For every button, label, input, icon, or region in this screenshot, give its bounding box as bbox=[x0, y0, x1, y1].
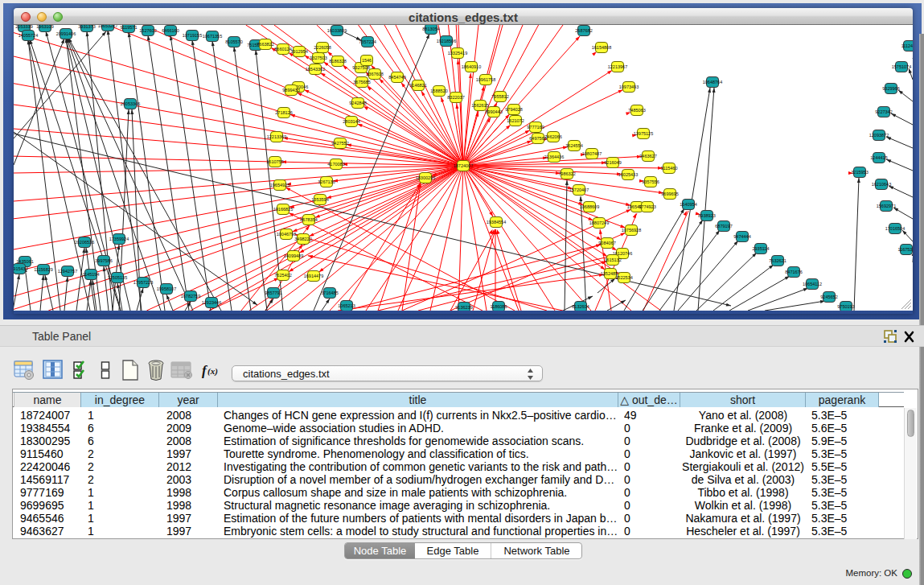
svg-text:17359924: 17359924 bbox=[109, 237, 129, 241]
svg-text:8678354: 8678354 bbox=[300, 217, 317, 222]
svg-text:19654925: 19654925 bbox=[270, 183, 290, 187]
svg-text:10756928: 10756928 bbox=[622, 228, 641, 233]
svg-text:3267130: 3267130 bbox=[318, 179, 335, 184]
svg-text:16210643: 16210643 bbox=[872, 182, 891, 187]
svg-text:7632621: 7632621 bbox=[769, 258, 786, 263]
svg-text:1145194: 1145194 bbox=[82, 272, 99, 277]
svg-text:10688609: 10688609 bbox=[580, 204, 599, 209]
svg-text:1615132: 1615132 bbox=[604, 257, 621, 262]
svg-text:9463627: 9463627 bbox=[639, 154, 656, 159]
svg-text:12213369: 12213369 bbox=[267, 134, 286, 139]
svg-text:6466160: 6466160 bbox=[162, 28, 179, 33]
svg-text:12923446: 12923446 bbox=[202, 300, 221, 305]
svg-text:(x): (x) bbox=[207, 366, 218, 377]
svg-text:10648764: 10648764 bbox=[703, 80, 722, 84]
svg-text:16033809: 16033809 bbox=[327, 28, 347, 33]
svg-text:9245652: 9245652 bbox=[820, 295, 837, 299]
svg-text:12213967: 12213967 bbox=[608, 64, 627, 69]
svg-text:12093872: 12093872 bbox=[869, 133, 889, 138]
svg-text:9136239: 9136239 bbox=[455, 305, 472, 310]
svg-text:16543362: 16543362 bbox=[306, 67, 325, 72]
svg-text:9777169: 9777169 bbox=[527, 125, 544, 130]
svg-text:10973493: 10973493 bbox=[619, 84, 639, 89]
svg-text:1963109: 1963109 bbox=[36, 25, 53, 29]
svg-text:1065213: 1065213 bbox=[338, 303, 355, 308]
svg-text:17957223: 17957223 bbox=[133, 280, 153, 285]
svg-text:8105570: 8105570 bbox=[225, 39, 242, 44]
svg-text:19218506: 19218506 bbox=[437, 39, 456, 43]
svg-text:3624554: 3624554 bbox=[565, 143, 582, 148]
svg-text:9699695: 9699695 bbox=[661, 192, 678, 196]
svg-text:7986322: 7986322 bbox=[558, 171, 575, 176]
svg-text:8660124: 8660124 bbox=[274, 47, 291, 51]
svg-text:7663822: 7663822 bbox=[257, 42, 273, 47]
svg-text:9750193: 9750193 bbox=[837, 304, 854, 309]
svg-text:10961758: 10961758 bbox=[476, 77, 495, 82]
svg-text:9774923: 9774923 bbox=[639, 204, 655, 209]
svg-text:1621072: 1621072 bbox=[507, 118, 524, 123]
svg-text:1640954: 1640954 bbox=[680, 202, 696, 207]
svg-text:15720407: 15720407 bbox=[569, 187, 589, 192]
svg-text:8990443: 8990443 bbox=[485, 109, 502, 114]
svg-text:10025433: 10025433 bbox=[618, 172, 638, 177]
svg-text:10654112: 10654112 bbox=[803, 282, 822, 286]
svg-text:19958107: 19958107 bbox=[157, 286, 176, 291]
svg-text:3675685: 3675685 bbox=[353, 80, 370, 84]
svg-text:8186328: 8186328 bbox=[329, 59, 346, 64]
svg-text:19384554: 19384554 bbox=[487, 220, 506, 225]
svg-text:2687682: 2687682 bbox=[575, 28, 592, 33]
svg-text:9119571: 9119571 bbox=[120, 25, 137, 30]
svg-text:8938923: 8938923 bbox=[698, 213, 715, 218]
svg-text:8454749: 8454749 bbox=[388, 75, 405, 80]
svg-text:1562615: 1562615 bbox=[471, 103, 488, 108]
svg-text:4170083: 4170083 bbox=[327, 162, 344, 167]
svg-text:19166825: 19166825 bbox=[273, 207, 293, 212]
svg-text:10671355: 10671355 bbox=[203, 34, 222, 39]
svg-text:3215953: 3215953 bbox=[851, 170, 868, 175]
svg-text:2803144: 2803144 bbox=[343, 119, 359, 124]
svg-text:15692971: 15692971 bbox=[877, 204, 896, 208]
svg-text:1610755: 1610755 bbox=[266, 159, 283, 164]
svg-text:8471676: 8471676 bbox=[785, 270, 802, 274]
svg-text:18640910: 18640910 bbox=[462, 64, 481, 69]
svg-text:10046798: 10046798 bbox=[277, 232, 296, 237]
svg-text:1546: 1546 bbox=[362, 58, 372, 63]
svg-text:9474444: 9474444 bbox=[733, 234, 750, 239]
svg-text:2367608: 2367608 bbox=[366, 72, 383, 76]
svg-text:2226058: 2226058 bbox=[314, 45, 331, 50]
svg-text:9899433: 9899433 bbox=[282, 88, 299, 93]
svg-text:8132604: 8132604 bbox=[572, 304, 589, 309]
svg-text:9242848: 9242848 bbox=[349, 101, 366, 105]
svg-text:7625402: 7625402 bbox=[274, 273, 291, 278]
svg-text:9084067: 9084067 bbox=[598, 241, 615, 245]
svg-text:7357224: 7357224 bbox=[359, 39, 376, 44]
svg-text:13325419: 13325419 bbox=[448, 51, 467, 56]
svg-text:14055724: 14055724 bbox=[18, 33, 38, 38]
svg-text:1186086: 1186086 bbox=[490, 304, 507, 309]
svg-text:3498222: 3498222 bbox=[294, 237, 311, 241]
svg-text:6879197: 6879197 bbox=[715, 224, 732, 229]
svg-text:9227342: 9227342 bbox=[875, 109, 892, 114]
svg-text:8813054: 8813054 bbox=[422, 27, 439, 31]
svg-text:2522534: 2522534 bbox=[615, 275, 632, 280]
svg-text:10807487: 10807487 bbox=[582, 151, 602, 156]
svg-text:20053346: 20053346 bbox=[121, 101, 140, 106]
svg-text:16154808: 16154808 bbox=[592, 45, 611, 50]
svg-text:13975125: 13975125 bbox=[634, 131, 653, 136]
svg-text:12505135: 12505135 bbox=[108, 275, 127, 280]
svg-text:1244415: 1244415 bbox=[870, 155, 887, 160]
svg-text:14099489: 14099489 bbox=[284, 253, 303, 258]
svg-text:10653287: 10653287 bbox=[98, 25, 117, 28]
svg-text:7955812: 7955812 bbox=[491, 94, 508, 99]
svg-text:6216049: 6216049 bbox=[604, 160, 621, 165]
svg-text:1527602: 1527602 bbox=[139, 28, 156, 33]
svg-text:12942757: 12942757 bbox=[58, 269, 77, 274]
svg-text:3912954: 3912954 bbox=[290, 49, 307, 54]
svg-text:3915434: 3915434 bbox=[14, 266, 28, 271]
svg-text:9329966: 9329966 bbox=[882, 86, 899, 91]
svg-text:2935114: 2935114 bbox=[752, 246, 769, 251]
svg-text:7462066: 7462066 bbox=[544, 134, 561, 139]
svg-text:9357556: 9357556 bbox=[642, 179, 659, 184]
svg-text:1353594: 1353594 bbox=[311, 197, 328, 202]
svg-text:1112480: 1112480 bbox=[901, 43, 913, 48]
